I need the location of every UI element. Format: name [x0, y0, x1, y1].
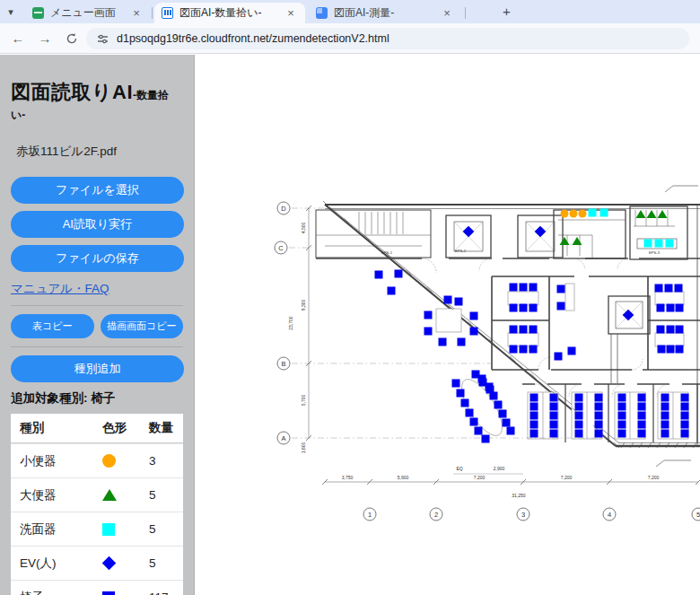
chair-marker	[618, 412, 626, 420]
tab-label: メニュー画面	[50, 5, 124, 21]
chair-marker	[529, 304, 538, 312]
urinal-marker	[570, 210, 578, 218]
file-select-button[interactable]: ファイルを選択	[11, 177, 184, 204]
table-row[interactable]: 小便器3	[11, 443, 183, 477]
grid-bubble-label: A	[281, 434, 285, 442]
chair-marker	[490, 392, 498, 400]
tab-zumen-ai-survey[interactable]: 図面AI-測量- ×	[309, 3, 461, 23]
chair-marker	[457, 389, 465, 398]
close-tab-icon[interactable]: ×	[284, 6, 298, 21]
tab-search-chevron-icon[interactable]: ▾	[4, 5, 18, 20]
screen-copy-button[interactable]: 描画画面コピー	[101, 314, 184, 338]
chair-marker	[667, 304, 675, 312]
site-settings-tune-icon[interactable]	[97, 33, 109, 45]
page-title: 図面読取りAI-数量拾い-	[11, 79, 183, 123]
category-name: 椅子	[20, 590, 102, 595]
manual-faq-link[interactable]: マニュアル・FAQ	[11, 281, 109, 297]
chair-marker	[575, 421, 583, 429]
grid-bubble-label: 4	[608, 511, 611, 519]
divider	[11, 305, 183, 306]
chair-marker	[557, 285, 565, 293]
chair-marker	[667, 326, 675, 334]
category-count: 5	[149, 488, 183, 502]
chair-marker	[499, 410, 507, 418]
chair-marker	[681, 403, 689, 411]
table-row[interactable]: 洗面器5	[11, 512, 183, 546]
chair-marker	[375, 271, 383, 279]
dimension-label: 2,900	[494, 466, 505, 471]
chair-marker	[555, 353, 563, 361]
ai-read-run-button[interactable]: AI読取り実行	[11, 211, 184, 238]
back-icon[interactable]: ←	[7, 28, 29, 49]
grid-bubble-label: 2	[434, 511, 438, 519]
close-tab-icon[interactable]: ×	[440, 6, 454, 21]
sidebar: 図面読取りAI-数量拾い- 赤坂111ビル2F.pdf ファイルを選択 AI読取…	[0, 55, 195, 595]
grid-bubble-label: 1	[368, 511, 372, 519]
chair-marker	[676, 304, 684, 312]
file-save-button[interactable]: ファイルの保存	[11, 245, 184, 272]
dimension-label: 31,250	[512, 493, 526, 498]
browser-tab-strip: ▾ メニュー画面 × 図面AI-数量拾い- × 図面AI-測量- × +	[0, 0, 700, 23]
category-name: EV(人)	[20, 556, 102, 572]
reload-icon[interactable]	[61, 28, 83, 49]
chair-marker	[486, 383, 494, 391]
chair-marker	[510, 326, 518, 334]
square-legend-icon	[102, 523, 115, 536]
dimension-label: EPS-2	[455, 249, 467, 253]
chair-marker	[657, 326, 665, 334]
chair-marker	[681, 421, 689, 429]
dimension-label: 9,300	[301, 300, 306, 311]
elevator-marker	[623, 310, 634, 321]
chair-marker	[618, 421, 626, 429]
diamond-legend-icon	[102, 556, 117, 571]
chair-marker	[667, 346, 675, 354]
urinal-marker	[561, 210, 569, 218]
chair-marker	[661, 430, 669, 438]
grid-bubble-label: C	[278, 244, 284, 252]
table-row[interactable]: 大便器5	[11, 477, 183, 512]
chair-marker	[550, 430, 558, 438]
tab-menu-screen[interactable]: メニュー画面 ×	[25, 3, 151, 23]
quantity-table: 種別 色形 数量 小便器3大便器5洗面器5EV(人)5椅子117	[11, 414, 183, 595]
menu-app-favicon-icon	[32, 7, 44, 19]
category-name: 大便器	[20, 487, 102, 503]
chair-marker	[510, 304, 518, 312]
category-count: 117	[149, 591, 183, 595]
chair-marker	[424, 311, 433, 319]
chair-marker	[595, 403, 603, 411]
chair-marker	[550, 412, 558, 420]
toilet-marker	[658, 210, 668, 218]
chair-marker	[595, 412, 603, 420]
table-copy-button[interactable]: 表コピー	[11, 314, 94, 338]
chair-marker	[520, 284, 528, 292]
category-count: 5	[149, 522, 183, 536]
toilet-marker	[560, 237, 570, 245]
chair-marker	[550, 403, 558, 411]
new-tab-button[interactable]: +	[499, 4, 514, 20]
forward-icon[interactable]: →	[34, 28, 56, 49]
chair-marker	[494, 401, 503, 409]
chair-marker	[510, 284, 518, 292]
close-tab-icon[interactable]: ×	[129, 6, 144, 21]
dimension-label: 3,750	[342, 475, 354, 480]
chair-marker	[520, 304, 528, 312]
table-row[interactable]: EV(人)5	[11, 546, 183, 580]
chair-marker	[455, 298, 463, 306]
tab-zumen-ai-quantity[interactable]: 図面AI-数量拾い- ×	[154, 3, 305, 23]
chair-marker	[681, 412, 689, 420]
category-name: 小便器	[20, 453, 102, 469]
chair-marker	[595, 430, 603, 438]
chair-marker	[638, 394, 646, 402]
chair-marker	[638, 403, 646, 411]
chair-marker	[520, 326, 528, 334]
table-row[interactable]: 椅子117	[11, 580, 183, 595]
chair-marker	[575, 403, 583, 411]
add-category-button[interactable]: 種別追加	[11, 355, 184, 382]
floorplan-canvas[interactable]: DCBA123453,7505,9007,2007,2007,20031,250…	[196, 55, 700, 595]
chair-marker	[520, 346, 528, 354]
chair-marker	[530, 430, 538, 438]
chair-marker	[503, 419, 511, 427]
chair-marker	[550, 421, 558, 429]
url-address-bar[interactable]: d1psoqdg19tr6e.cloudfront.net/zumendetec…	[86, 28, 689, 49]
washbasin-marker	[600, 209, 608, 217]
